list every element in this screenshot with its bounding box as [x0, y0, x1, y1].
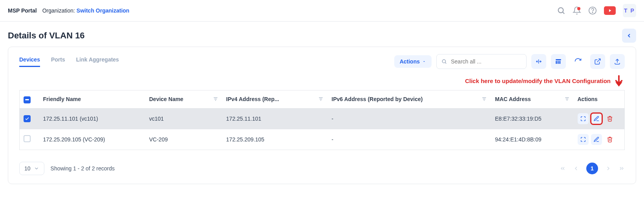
select-all-checkbox[interactable] — [24, 96, 31, 103]
svg-rect-9 — [556, 59, 561, 60]
svg-point-4 — [442, 60, 445, 63]
svg-line-5 — [445, 63, 446, 64]
row-expand-button[interactable] — [578, 134, 589, 145]
cell-friendly-name: 172.25.11.101 (vc101) — [39, 108, 145, 129]
pager-last-button[interactable] — [618, 165, 625, 172]
cell-mac: 94:24:E1:4D:8B:09 — [491, 129, 573, 150]
col-mac[interactable]: MAC Address — [495, 96, 531, 102]
switch-organization-link[interactable]: Switch Organization — [77, 7, 130, 14]
row-delete-button[interactable] — [604, 113, 615, 124]
row-delete-button[interactable] — [604, 134, 615, 145]
filter-icon[interactable] — [481, 96, 487, 102]
refresh-button[interactable] — [571, 54, 585, 69]
notification-dot — [577, 7, 580, 10]
svg-rect-10 — [556, 61, 557, 64]
col-actions: Actions — [578, 96, 598, 102]
svg-line-1 — [563, 12, 564, 14]
cell-mac: E8:E7:32:33:19:D5 — [491, 108, 573, 129]
search-icon — [441, 58, 447, 65]
avatar[interactable]: T P — [623, 4, 636, 17]
notifications-icon[interactable] — [573, 6, 581, 15]
actions-dropdown-label: Actions — [400, 58, 420, 65]
row-checkbox[interactable] — [24, 115, 31, 122]
pager-page-number[interactable]: 1 — [586, 163, 598, 174]
svg-line-13 — [597, 59, 600, 62]
open-external-button[interactable] — [590, 54, 605, 69]
records-summary: Showing 1 - 2 of 2 records — [51, 165, 115, 172]
chevron-down-icon — [34, 166, 39, 171]
cell-ipv4: 172.25.11.101 — [222, 108, 328, 129]
svg-point-3 — [592, 12, 593, 13]
export-button[interactable] — [610, 54, 625, 69]
col-device-name[interactable]: Device Name — [149, 96, 183, 102]
help-icon[interactable] — [588, 6, 597, 15]
pager-first-button[interactable] — [560, 165, 566, 172]
tab-ports[interactable]: Ports — [51, 56, 65, 67]
page-size-select[interactable]: 10 — [19, 162, 44, 175]
pager-next-button[interactable] — [605, 165, 611, 172]
cell-device-name: VC-209 — [145, 129, 222, 150]
col-friendly-name[interactable]: Friendly Name — [43, 96, 81, 102]
cell-ipv6: - — [327, 129, 491, 150]
filter-icon[interactable] — [564, 96, 570, 102]
devices-table: Friendly Name Device Name IPv4 Address (… — [19, 90, 625, 150]
youtube-icon[interactable] — [604, 6, 616, 15]
msp-portal-label[interactable]: MSP Portal — [8, 7, 37, 14]
cell-ipv4: 172.25.209.105 — [222, 129, 328, 150]
annotation-text: Click here to update/modify the VLAN Con… — [465, 73, 625, 89]
page-title: Details of VLAN 16 — [8, 31, 85, 41]
search-input[interactable] — [450, 58, 521, 65]
col-ipv4[interactable]: IPv4 Address (Rep... — [226, 96, 279, 102]
reset-columns-button[interactable] — [531, 54, 546, 69]
row-expand-button[interactable] — [578, 113, 589, 124]
organization-label: Organization: — [42, 7, 75, 14]
row-edit-button[interactable] — [591, 113, 602, 124]
tab-link-aggregates[interactable]: Link Aggregates — [76, 56, 119, 67]
actions-dropdown[interactable]: Actions — [394, 55, 432, 68]
panel-collapse-button[interactable] — [622, 29, 636, 43]
col-ipv6[interactable]: IPv6 Address (Reported by Device) — [331, 96, 423, 102]
filter-icon[interactable] — [213, 96, 218, 102]
tab-devices[interactable]: Devices — [19, 56, 40, 67]
filter-icon[interactable] — [318, 96, 324, 102]
cell-friendly-name: 172.25.209.105 (VC-209) — [39, 129, 145, 150]
search-icon[interactable] — [557, 6, 565, 15]
columns-button[interactable] — [551, 54, 566, 69]
cell-device-name: vc101 — [145, 108, 222, 129]
search-input-wrapper[interactable] — [436, 54, 527, 69]
svg-point-0 — [558, 8, 564, 13]
table-row[interactable]: 172.25.11.101 (vc101)vc101172.25.11.101-… — [20, 108, 625, 129]
page-size-value: 10 — [24, 165, 31, 172]
cell-ipv6: - — [327, 108, 491, 129]
table-row[interactable]: 172.25.209.105 (VC-209)VC-209172.25.209.… — [20, 129, 625, 150]
row-checkbox[interactable] — [24, 135, 31, 142]
annotation-arrow-icon — [613, 73, 625, 89]
pager-prev-button[interactable] — [573, 165, 579, 172]
svg-rect-12 — [559, 61, 560, 64]
row-edit-button[interactable] — [591, 134, 602, 145]
svg-rect-11 — [558, 61, 559, 64]
